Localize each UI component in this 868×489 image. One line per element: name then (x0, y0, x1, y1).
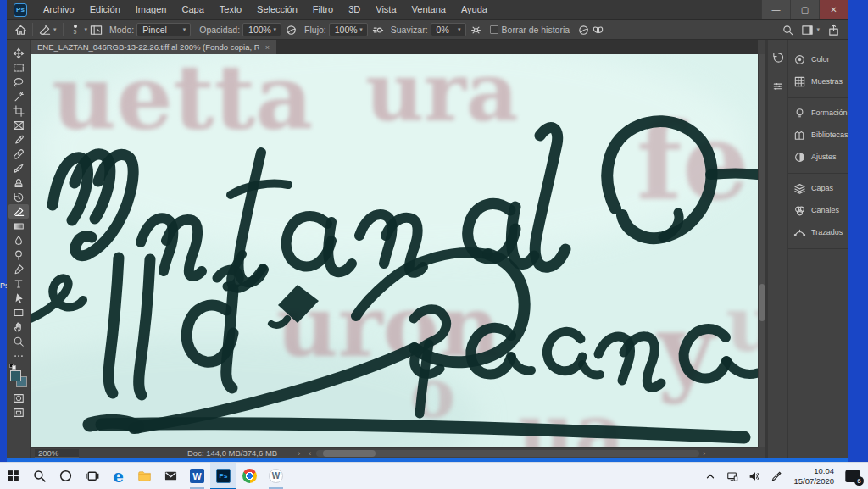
start-button[interactable] (0, 463, 26, 489)
move-tool[interactable] (8, 46, 29, 60)
horizontal-scrollbar-thumb[interactable] (323, 450, 376, 457)
foreground-color-swatch[interactable] (10, 370, 21, 381)
windows-ink-pen-icon[interactable] (768, 468, 785, 485)
minimize-button[interactable]: — (761, 0, 790, 19)
scroll-left-arrow[interactable]: ‹ (309, 449, 311, 458)
crop-tool[interactable] (8, 103, 29, 118)
history-panel-icon[interactable] (770, 48, 787, 65)
status-bar: 200% Doc: 144,0 MB/374,6 MB › ‹ › (31, 447, 758, 458)
menu-item[interactable]: Archivo (36, 0, 82, 19)
screenmode-tool[interactable] (8, 405, 29, 420)
share-icon[interactable] (826, 23, 841, 37)
zoom-tool[interactable] (8, 334, 29, 348)
chrome-taskbar-icon[interactable] (236, 463, 263, 489)
mail-taskbar-icon[interactable] (158, 463, 184, 489)
menu-item[interactable]: Capa (174, 0, 211, 19)
panel-layers[interactable]: Capas (788, 177, 848, 199)
edge-taskbar-icon[interactable]: e (105, 463, 131, 489)
symmetry-butterfly-icon[interactable] (591, 23, 605, 37)
eraser-preset-icon[interactable] (37, 23, 52, 37)
flow-select[interactable]: 100% ▾ (329, 23, 368, 36)
system-tray: 10:04 15/07/2020 6 (702, 466, 868, 486)
menu-item[interactable]: Selección (249, 0, 305, 19)
hand-tool[interactable] (8, 320, 29, 334)
eyedropper-tool[interactable] (8, 132, 29, 147)
document-tab[interactable]: ENE_LAZTAN_046RGB-13-22.26.tiff al 200% … (31, 40, 276, 54)
menu-item[interactable]: Edición (82, 0, 128, 19)
menu-item[interactable]: Texto (212, 0, 249, 19)
chevron-down-icon[interactable]: ▾ (816, 26, 820, 33)
stamp-tool[interactable] (8, 175, 29, 190)
dots-tool[interactable] (8, 348, 29, 363)
dodge-tool[interactable] (8, 247, 29, 262)
chevron-down-icon[interactable]: ▾ (53, 26, 57, 33)
action-center-button[interactable]: 6 (843, 467, 863, 486)
menu-item[interactable]: Vista (368, 0, 403, 19)
default-swatches-icon[interactable] (9, 364, 17, 370)
tray-chevron-up-icon[interactable] (702, 468, 719, 485)
zoom-level-field[interactable]: 200% (35, 449, 79, 458)
panel-color[interactable]: Color (788, 48, 848, 70)
airbrush-icon[interactable] (370, 23, 385, 37)
canvas[interactable]: uettaurafeuronyouau (31, 54, 758, 447)
speaker-icon[interactable] (746, 468, 763, 485)
task-view-button[interactable] (79, 463, 105, 489)
brush-tool[interactable] (8, 161, 29, 175)
marquee-tool[interactable] (8, 60, 29, 75)
home-icon[interactable] (14, 23, 28, 37)
horizontal-scrollbar[interactable] (316, 450, 699, 457)
frame-tool[interactable] (8, 118, 29, 132)
pen-tool[interactable] (8, 262, 29, 276)
panel-adjustments[interactable]: Ajustes (788, 146, 848, 168)
mode-select[interactable]: Pincel ▾ (136, 23, 191, 36)
gradient-tool[interactable] (8, 219, 29, 233)
menu-item[interactable]: 3D (341, 0, 368, 19)
photoshop-taskbar-icon[interactable]: Ps (210, 463, 236, 489)
panel-learn[interactable]: Formación (788, 102, 848, 124)
menu-item[interactable]: Ventana (404, 0, 453, 19)
smoothing-options-gear-icon[interactable] (469, 23, 483, 37)
taskbar-clock[interactable]: 10:04 15/07/2020 (793, 466, 834, 486)
history-brush-tool[interactable] (8, 190, 29, 204)
maximize-button[interactable]: ▢ (790, 0, 819, 19)
word-taskbar-icon[interactable]: W (184, 463, 210, 489)
taskbar-search-button[interactable] (26, 463, 53, 489)
status-options-arrow[interactable]: › (298, 449, 300, 458)
panel-channels[interactable]: Canales (788, 199, 848, 221)
chevron-down-icon[interactable]: ▾ (85, 26, 88, 33)
panel-paths[interactable]: Trazados (788, 221, 848, 243)
menu-item[interactable]: Imagen (128, 0, 175, 19)
quickmask-tool[interactable] (8, 391, 29, 405)
file-explorer-taskbar-icon[interactable] (131, 463, 158, 489)
opacity-select[interactable]: 100% ▾ (242, 23, 281, 36)
lasso-tool[interactable] (8, 75, 29, 89)
panel-libraries[interactable]: Bibliotecas (788, 124, 848, 146)
type-tool[interactable] (8, 276, 29, 291)
menu-item[interactable]: Ayuda (453, 0, 495, 19)
close-button[interactable]: ✕ (819, 0, 848, 19)
blur-tool[interactable] (8, 233, 29, 247)
brush-panel-toggle-icon[interactable] (89, 23, 103, 37)
smoothing-select[interactable]: 0% ▾ (431, 23, 466, 36)
path-select-tool[interactable] (8, 291, 29, 305)
brush-size-preview[interactable]: 5 (68, 25, 83, 35)
healing-tool[interactable] (8, 147, 29, 161)
panel-swatches[interactable]: Muestras (788, 70, 848, 92)
w-app-taskbar-icon[interactable]: W (263, 463, 289, 489)
tab-close-icon[interactable]: × (265, 43, 270, 52)
pressure-opacity-icon[interactable] (284, 23, 298, 37)
wand-tool[interactable] (8, 89, 29, 103)
vertical-scrollbar[interactable] (758, 54, 765, 447)
erase-history-checkbox[interactable] (490, 25, 498, 34)
pressure-size-icon[interactable] (576, 23, 591, 37)
scroll-right-arrow[interactable]: › (703, 449, 705, 458)
display-device-icon[interactable] (724, 468, 741, 485)
eraser-tool[interactable] (8, 204, 29, 219)
workspace-icon[interactable] (800, 23, 815, 37)
rect-tool[interactable] (8, 305, 29, 320)
properties-panel-icon[interactable] (770, 77, 787, 94)
cortana-button[interactable] (53, 463, 79, 489)
color-swatches[interactable] (8, 365, 29, 391)
search-icon[interactable] (781, 23, 795, 37)
menu-item[interactable]: Filtro (305, 0, 341, 19)
